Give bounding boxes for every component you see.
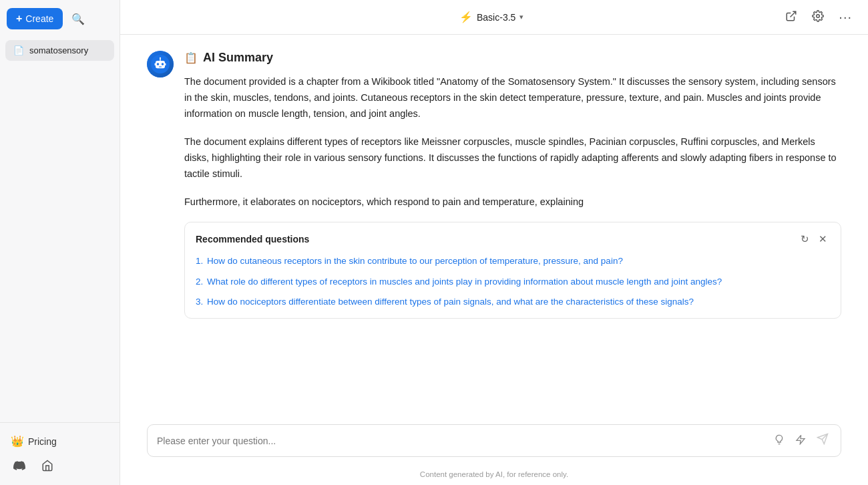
ai-paragraph-2: The document explains different types of… [184,134,841,182]
export-icon [785,13,797,24]
document-icon: 📄 [13,45,24,55]
rec-num-1: 1. [196,256,203,266]
send-button[interactable] [814,432,831,450]
model-name: Basic-3.5 [477,12,515,23]
rec-num-2: 2. [196,277,203,287]
model-selector[interactable]: ⚡ Basic-3.5 ▾ [459,11,523,23]
recommended-header: Recommended questions ↻ ✕ [196,232,830,247]
search-icon: 🔍 [71,13,85,25]
topbar: ⚡ Basic-3.5 ▾ [120,0,868,35]
svg-rect-9 [155,63,156,66]
footer-text: Content generated by AI, for reference o… [420,470,568,478]
create-button[interactable]: + Create [7,8,63,29]
search-button[interactable]: 🔍 [68,9,88,29]
recommended-title: Recommended questions [196,234,309,245]
close-questions-button[interactable]: ✕ [816,232,830,247]
recommended-item-3[interactable]: 3. How do nociceptors differentiate betw… [196,295,830,309]
crown-icon: 👑 [11,435,24,448]
ai-paragraph-3: Furthermore, it elaborates on nociceptor… [184,194,841,210]
lightbulb-icon [774,436,785,447]
sidebar-bottom: 👑 Pricing [0,422,120,485]
main-panel: ⚡ Basic-3.5 ▾ [120,0,868,485]
lightning-icon: ⚡ [459,11,473,23]
more-options-button[interactable]: ··· [836,7,855,27]
ai-avatar-inner [147,51,174,77]
sidebar-top: + Create 🔍 [0,0,120,37]
ai-summary-section: 📋 AI Summary The document provided is a … [147,51,841,414]
pricing-row[interactable]: 👑 Pricing [8,431,112,452]
rec-question-1: How do cutaneous receptors in the skin c… [207,256,623,266]
content-area: 📋 AI Summary The document provided is a … [120,35,868,414]
footer: Content generated by AI, for reference o… [120,468,868,485]
refresh-icon: ↻ [801,233,809,245]
export-button[interactable] [783,7,800,27]
slash-command-button[interactable] [793,433,809,449]
sidebar-icons-row [8,452,112,477]
sidebar-item-label: somatosensory [29,45,88,55]
recommended-item-2[interactable]: 2. What role do different types of recep… [196,275,830,289]
refresh-questions-button[interactable]: ↻ [798,232,812,247]
close-icon: ✕ [819,233,827,245]
settings-button[interactable] [809,7,827,27]
chevron-down-icon: ▾ [519,13,523,21]
svg-point-8 [160,57,161,59]
recommended-section: Recommended questions ↻ ✕ 1. [184,222,841,319]
ai-summary-title: 📋 AI Summary [184,51,841,65]
home-button[interactable] [39,457,56,477]
sidebar: + Create 🔍 📄 somatosensory 👑 Pricing [0,0,120,485]
avatar [147,51,174,77]
svg-rect-7 [160,59,160,61]
discord-button[interactable] [11,457,28,477]
home-icon [41,462,53,474]
recommended-actions: ↻ ✕ [798,232,830,247]
pricing-label: Pricing [28,436,57,447]
more-icon: ··· [839,9,852,24]
recommended-list: 1. How do cutaneous receptors in the ski… [196,255,830,309]
question-input[interactable] [157,436,766,446]
rec-question-3: How do nociceptors differentiate between… [207,297,694,307]
svg-point-5 [162,63,164,65]
ai-title-text: AI Summary [203,51,273,65]
create-label: Create [25,13,53,24]
svg-point-1 [817,14,820,17]
gear-icon [812,13,824,24]
rec-question-2: What role do different types of receptor… [207,277,722,287]
svg-rect-6 [159,67,162,67]
lightbulb-button[interactable] [771,433,787,449]
summary-icon: 📋 [184,51,198,64]
topbar-actions: ··· [783,7,855,27]
ai-content: 📋 AI Summary The document provided is a … [184,51,841,414]
svg-point-4 [157,63,160,65]
send-icon [817,434,829,448]
ai-paragraph-1: The document provided is a chapter from … [184,74,841,122]
plus-icon: + [16,13,22,25]
svg-line-0 [791,11,796,17]
discord-icon [13,462,25,474]
sidebar-item-somatosensory[interactable]: 📄 somatosensory [5,40,114,61]
input-box [147,424,841,457]
rec-num-3: 3. [196,297,203,307]
svg-rect-10 [165,63,166,66]
recommended-item-1[interactable]: 1. How do cutaneous receptors in the ski… [196,255,830,268]
slash-icon [795,436,806,447]
input-section [120,414,868,468]
